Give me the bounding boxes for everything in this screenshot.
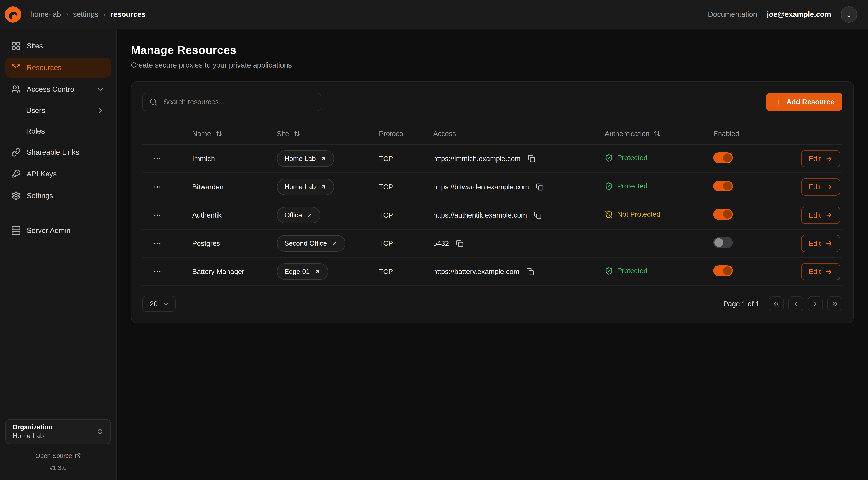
header-access: Access xyxy=(433,130,605,138)
edit-button[interactable]: Edit xyxy=(801,150,840,168)
edit-button[interactable]: Edit xyxy=(801,263,840,280)
copy-button[interactable] xyxy=(527,154,536,163)
sort-icon xyxy=(293,130,300,137)
search-box xyxy=(142,93,321,111)
enabled-toggle[interactable] xyxy=(713,237,733,248)
arrow-up-right-icon xyxy=(306,212,313,218)
arrow-right-icon xyxy=(825,240,833,247)
copy-button[interactable] xyxy=(533,210,542,220)
copy-icon xyxy=(526,268,534,275)
table-row: AuthentikOfficeTCPhttps://authentik.exam… xyxy=(142,201,842,230)
site-name: Office xyxy=(284,211,302,219)
prev-page-button[interactable] xyxy=(788,296,803,311)
sidebar-divider xyxy=(0,213,116,213)
sort-by-name[interactable]: Name xyxy=(192,130,222,138)
sort-by-authentication[interactable]: Authentication xyxy=(605,130,661,138)
site-link[interactable]: Home Lab xyxy=(277,179,334,195)
org-select-value: Home Lab xyxy=(12,432,52,440)
edit-label: Edit xyxy=(809,155,821,163)
enabled-toggle[interactable] xyxy=(713,265,733,276)
sidebar-item-roles[interactable]: Roles xyxy=(5,122,111,141)
sort-by-site[interactable]: Site xyxy=(277,130,300,138)
page-size-select[interactable]: 20 xyxy=(142,296,176,312)
shield-check-icon xyxy=(605,154,613,162)
open-source-link[interactable]: Open Source xyxy=(5,452,111,459)
header-site: Site xyxy=(277,130,289,138)
site-name: Second Office xyxy=(284,239,327,247)
enabled-toggle[interactable] xyxy=(713,152,733,163)
auth-label: Protected xyxy=(617,182,647,190)
ellipsis-icon xyxy=(153,211,162,219)
sidebar-item-label: Roles xyxy=(26,127,45,136)
breadcrumb-org[interactable]: home-lab xyxy=(30,10,61,19)
edit-label: Edit xyxy=(809,268,821,276)
enabled-toggle[interactable] xyxy=(713,209,733,220)
header-protocol: Protocol xyxy=(379,130,433,138)
protocol-value: TCP xyxy=(379,183,433,191)
arrow-up-right-icon xyxy=(320,184,327,190)
edit-button[interactable]: Edit xyxy=(801,207,840,224)
site-name: Home Lab xyxy=(284,155,316,162)
copy-button[interactable] xyxy=(535,182,545,192)
auth-status-protected: Protected xyxy=(605,182,647,190)
next-page-button[interactable] xyxy=(808,296,823,311)
version-label: v1.3.0 xyxy=(5,464,111,471)
row-actions-button[interactable] xyxy=(151,265,164,278)
add-resource-button[interactable]: Add Resource xyxy=(766,93,842,111)
avatar[interactable]: J xyxy=(841,6,857,23)
organization-select[interactable]: Organization Home Lab xyxy=(5,419,111,444)
org-select-label: Organization xyxy=(12,423,52,431)
site-link[interactable]: Second Office xyxy=(277,235,345,251)
sidebar-item-api-keys[interactable]: API Keys xyxy=(5,164,111,184)
row-actions-button[interactable] xyxy=(151,152,164,165)
enabled-toggle[interactable] xyxy=(713,181,733,191)
edit-button[interactable]: Edit xyxy=(801,235,840,252)
pagination: Page 1 of 1 xyxy=(723,296,843,311)
sidebar-item-server-admin[interactable]: Server Admin xyxy=(5,220,111,241)
ellipsis-icon xyxy=(153,183,162,191)
edit-button[interactable]: Edit xyxy=(801,178,840,196)
row-actions-button[interactable] xyxy=(151,209,164,222)
shield-off-icon xyxy=(605,210,613,218)
sidebar-item-shareable-links[interactable]: Shareable Links xyxy=(5,142,111,162)
copy-button[interactable] xyxy=(455,239,465,248)
resource-name: Authentik xyxy=(192,211,277,219)
resource-name: Immich xyxy=(192,155,277,163)
sidebar-item-access-control[interactable]: Access Control xyxy=(5,79,111,99)
site-name: Home Lab xyxy=(284,183,316,191)
first-page-button[interactable] xyxy=(769,296,784,311)
breadcrumb-settings[interactable]: settings xyxy=(73,10,98,19)
documentation-link[interactable]: Documentation xyxy=(708,10,757,19)
site-link[interactable]: Edge 01 xyxy=(277,263,328,280)
toggle-knob xyxy=(723,266,732,275)
sidebar-item-settings[interactable]: Settings xyxy=(5,186,111,206)
site-link[interactable]: Office xyxy=(277,207,320,223)
access-value: 5432 xyxy=(433,239,449,247)
sort-icon xyxy=(654,130,661,137)
row-actions-button[interactable] xyxy=(151,180,164,193)
toggle-knob xyxy=(723,182,732,190)
row-actions-button[interactable] xyxy=(151,237,164,250)
copy-icon xyxy=(456,240,464,247)
copy-button[interactable] xyxy=(525,267,535,276)
last-page-button[interactable] xyxy=(827,296,842,311)
access-value: https://bitwarden.example.com xyxy=(433,183,529,191)
sort-icon xyxy=(215,130,222,137)
sidebar-item-label: Shareable Links xyxy=(27,148,79,156)
edit-label: Edit xyxy=(809,239,821,247)
table-header: Name Site Protocol Access xyxy=(142,123,842,145)
edit-label: Edit xyxy=(809,183,821,191)
access-value: https://immich.example.com xyxy=(433,155,521,163)
breadcrumb: home-lab › settings › resources xyxy=(30,10,146,19)
search-input[interactable] xyxy=(162,97,314,107)
sidebar-item-sites[interactable]: Sites xyxy=(5,36,111,56)
app-logo xyxy=(4,6,22,23)
arrow-right-icon xyxy=(825,268,833,275)
sidebar-item-users[interactable]: Users xyxy=(5,101,111,120)
resources-card: Add Resource Name Site xyxy=(131,81,854,324)
page-size-value: 20 xyxy=(150,300,158,308)
arrow-right-icon xyxy=(825,155,833,162)
site-link[interactable]: Home Lab xyxy=(277,150,334,167)
auth-status-not-protected: Not Protected xyxy=(605,210,660,218)
sidebar-item-resources[interactable]: Resources xyxy=(5,58,111,78)
